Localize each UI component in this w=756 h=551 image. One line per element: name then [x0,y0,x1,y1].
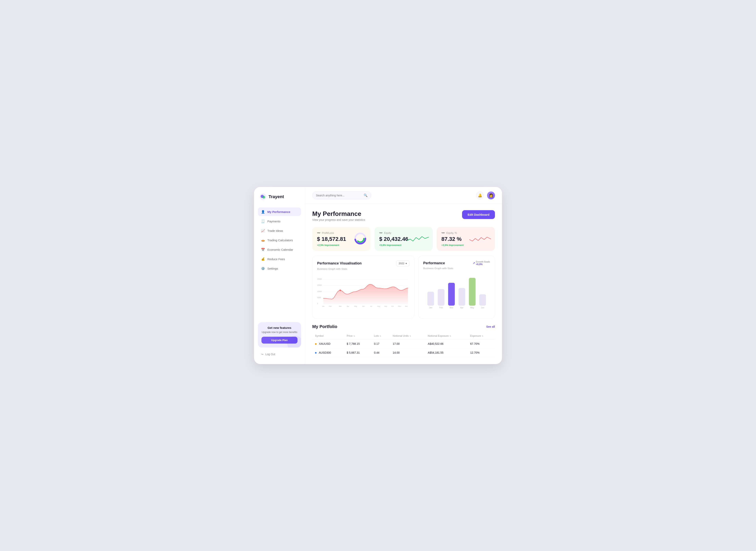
pulse-icon-1: 〰️ [317,231,320,234]
svg-text:Aug: Aug [377,306,380,307]
symbol-2: AUSD300 [312,348,344,357]
notional-exposure-1: A$40,522.66 [425,340,467,348]
trade-ideas-icon: 📈 [261,229,265,232]
trading-calculators-icon: 🥧 [261,238,265,242]
svg-text:Jan: Jan [322,306,325,307]
bar-mar [448,283,455,306]
svg-text:20000: 20000 [317,278,322,280]
page-title: My Performance [312,210,365,217]
col-price[interactable]: Price⇅ [344,333,371,340]
svg-text:Jan: Jan [429,307,432,309]
sidebar-item-economic-calendar[interactable]: 📅 Economic Calendar [258,245,301,254]
search-input[interactable] [316,194,362,197]
year-selector[interactable]: 2022 ▾ [396,260,409,266]
chevron-down-icon: ▾ [406,262,407,265]
pulse-icon-3: 〰️ [441,231,445,234]
my-performance-icon: 👤 [261,210,265,214]
sidebar-label-economic-calendar: Economic Calendar [267,248,293,251]
pulse-icon-2: 〰️ [379,231,383,234]
lots-1: 0.17 [371,340,390,348]
symbol-dot-2 [315,352,317,354]
arrow-up-icon: ↗ [473,261,475,265]
sidebar-item-trading-calculators[interactable]: 🥧 Trading Calculators [258,236,301,244]
page-heading: My Performance View your progress and sa… [312,210,365,221]
col-notional-units[interactable]: Notional Units⇅ [390,333,425,340]
symbol-dot-1 [315,343,317,345]
edit-dashboard-button[interactable]: Edit Dashboard [462,210,495,219]
sidebar-label-reduce-fees: Reduce Fees [267,257,285,261]
bar-jun [479,294,486,306]
sort-icon-price: ⇅ [353,335,355,337]
sidebar-label-trade-ideas: Trade Ideas [267,229,283,232]
metric-card-profit-loss: 〰️ Profit/Loss $ 18,572.81 +2,5% Improve… [312,227,371,251]
sidebar-item-trade-ideas[interactable]: 📈 Trade Ideas [258,226,301,235]
svg-text:Feb: Feb [439,307,443,309]
logo-area: Trayent [258,193,301,200]
notional-exposure-2: A$54,181.55 [425,348,467,357]
growth-badge: ↗ Growth Goals +6,9% [473,260,490,265]
metric-chart-1 [354,232,367,245]
app-name: Trayent [269,194,284,199]
price-2: $ 5,667.31 [344,348,371,357]
svg-text:Apr: Apr [347,306,349,307]
sort-icon-exposure: ⇅ [482,335,483,337]
equity-line-chart [407,233,429,243]
metric-card-equity: 〰️ Equity $ 20,432.46 +5,6% Improvement [374,227,433,251]
sidebar-label-settings: Settings [267,267,278,270]
sort-icon-lots: ⇅ [380,335,381,337]
svg-text:Mar: Mar [339,306,342,307]
portfolio-title: My Portfolio [312,324,337,329]
col-lots[interactable]: Lots⇅ [371,333,390,340]
perf-bar-subtitle: Business Graph with Stats [423,267,490,270]
lots-2: 0.44 [371,348,390,357]
metric-chart-3 [469,233,491,244]
payments-icon: 🧾 [261,219,265,223]
sidebar: Trayent 👤 My Performance 🧾 Payments 📈 Tr… [254,187,305,364]
bar-chart-svg: Jan Feb Mar Apr May Jun [423,273,490,312]
symbol-1: XAUUSD [312,340,344,348]
search-box[interactable]: 🔍 [312,191,371,199]
table-row: XAUUSD $ 7,788.15 0.17 17.00 A$40,522.66… [312,340,495,348]
portfolio-section: My Portfolio See all Symbol Price⇅ [312,324,495,357]
search-icon: 🔍 [364,193,368,197]
col-exposure[interactable]: Exposure⇅ [467,333,495,340]
perf-bar-title: Performance [423,261,445,265]
sort-icon-notional-exposure: ⇅ [449,335,451,337]
svg-text:0: 0 [317,303,318,305]
svg-text:15000: 15000 [317,284,322,286]
svg-text:10000: 10000 [317,291,322,293]
sidebar-item-payments[interactable]: 🧾 Payments [258,217,301,225]
portfolio-table: Symbol Price⇅ Lots⇅ Notional Units⇅ [312,333,495,357]
metric-label-3: Equity, % [446,231,457,234]
top-bar-right: 🔔 👩 [476,191,495,199]
upgrade-button[interactable]: Upgrade Plan [262,337,298,344]
svg-text:Dec: Dec [405,306,408,307]
metric-change-3: +3,5% Improvement [441,244,490,246]
sidebar-item-my-performance[interactable]: 👤 My Performance [258,207,301,216]
page-subtitle: View your progress and save your statist… [312,218,365,221]
svg-text:May: May [354,306,357,307]
logout-button[interactable]: ↪ Log Out [258,351,301,358]
bar-may [469,278,476,306]
upgrade-title: Get new features [262,326,298,330]
svg-text:5000: 5000 [317,297,321,299]
page-content: My Performance View your progress and sa… [305,204,502,364]
svg-point-16 [339,290,341,291]
table-row: AUSD300 $ 5,667.31 0.44 14.00 A$54,181.5… [312,348,495,357]
sidebar-label-my-performance: My Performance [267,210,290,213]
performance-visualisation-card: Performance Visualisation 2022 ▾ Busines… [312,255,414,319]
sidebar-item-settings[interactable]: ⚙️ Settings [258,264,301,273]
col-notional-exposure[interactable]: Notional Exposure⇅ [425,333,467,340]
notional-units-2: 14.00 [390,348,425,357]
sidebar-item-reduce-fees[interactable]: 💰 Reduce Fees [258,254,301,263]
sidebar-label-payments: Payments [267,219,281,223]
notification-button[interactable]: 🔔 [476,191,484,199]
economic-calendar-icon: 📅 [261,247,265,251]
bar-feb [438,289,444,306]
settings-icon: ⚙️ [261,266,265,270]
col-symbol: Symbol [312,333,344,340]
metric-label-2: Equity [384,231,391,234]
avatar[interactable]: 👩 [487,191,495,199]
see-all-button[interactable]: See all [486,325,495,328]
main-content: 🔍 🔔 👩 My Performance View your progress … [305,187,502,364]
